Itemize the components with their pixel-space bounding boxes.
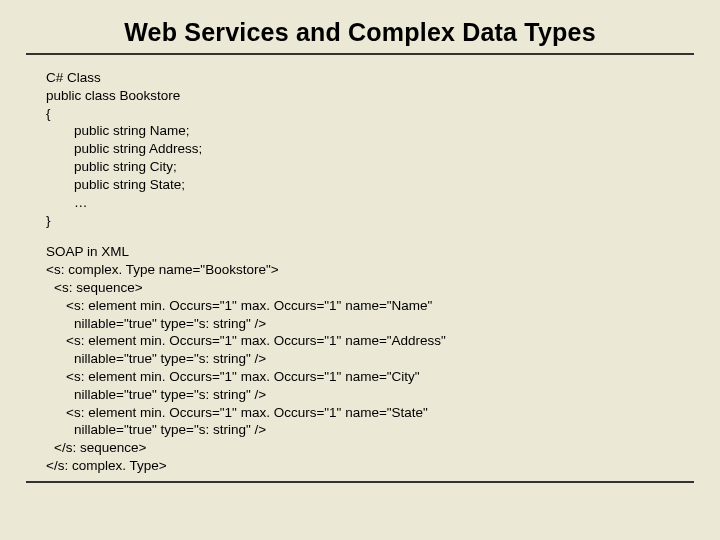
csharp-line: … xyxy=(46,194,684,212)
soap-sequence-open: <s: sequence> xyxy=(46,279,684,297)
soap-element: <s: element min. Occurs="1" max. Occurs=… xyxy=(46,368,684,386)
soap-element: <s: element min. Occurs="1" max. Occurs=… xyxy=(46,297,684,315)
soap-element: <s: element min. Occurs="1" max. Occurs=… xyxy=(46,404,684,422)
slide-body: C# Class public class Bookstore { public… xyxy=(26,59,694,483)
csharp-decl: public class Bookstore xyxy=(46,87,684,105)
csharp-line: public string State; xyxy=(46,176,684,194)
csharp-open-brace: { xyxy=(46,105,684,123)
soap-element-attr: nillable="true" type="s: string" /> xyxy=(46,315,684,333)
soap-element: <s: element min. Occurs="1" max. Occurs=… xyxy=(46,332,684,350)
soap-element-attr: nillable="true" type="s: string" /> xyxy=(46,350,684,368)
csharp-heading: C# Class xyxy=(46,69,684,87)
soap-element-attr: nillable="true" type="s: string" /> xyxy=(46,421,684,439)
csharp-line: public string Name; xyxy=(46,122,684,140)
slide-title: Web Services and Complex Data Types xyxy=(26,18,694,55)
soap-sequence-close: </s: sequence> xyxy=(46,439,684,457)
soap-complex-close: </s: complex. Type> xyxy=(46,457,684,475)
csharp-close-brace: } xyxy=(46,212,684,230)
soap-complex-open: <s: complex. Type name="Bookstore"> xyxy=(46,261,684,279)
soap-element-attr: nillable="true" type="s: string" /> xyxy=(46,386,684,404)
slide: Web Services and Complex Data Types C# C… xyxy=(0,0,720,540)
soap-heading: SOAP in XML xyxy=(46,243,684,261)
csharp-line: public string City; xyxy=(46,158,684,176)
csharp-line: public string Address; xyxy=(46,140,684,158)
